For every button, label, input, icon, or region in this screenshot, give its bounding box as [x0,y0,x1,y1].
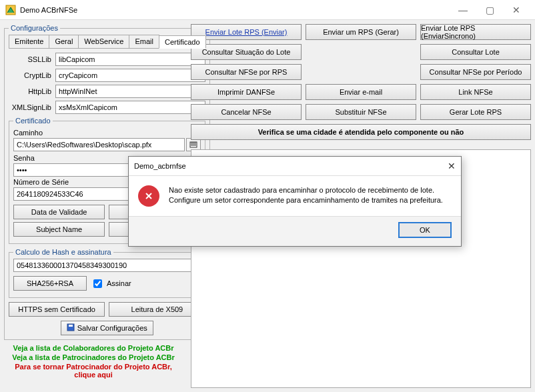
enviar-email-button[interactable]: Enviar e-mail [306,84,416,100]
https-sem-cert-button[interactable]: HTTPS sem Certificado [9,302,105,317]
save-icon [67,323,75,333]
imprimir-danfse-button[interactable]: Imprimir DANFSe [191,84,302,100]
xmlsignlib-label: XMLSignLib [9,103,55,111]
config-legend: Configurações [9,24,60,32]
ssllib-select[interactable]: libCapicom [55,53,205,66]
consultar-lote-button[interactable]: Consultar Lote [420,44,531,60]
tab-emitente[interactable]: Emitente [9,35,49,48]
minimize-button[interactable]: — [450,5,476,15]
tab-email[interactable]: Email [129,35,159,48]
sha256-button[interactable]: SHA256+RSA [13,276,87,291]
enviar-lote-button[interactable]: Enviar Lote RPS (Enviar) [191,24,302,40]
salvar-config-button[interactable]: Salvar Configurações [61,321,153,335]
link-nfse-button[interactable]: Link NFSe [420,84,531,100]
dialog-close-button[interactable]: ✕ [448,161,456,171]
hash-input[interactable] [13,259,201,272]
hash-group: Calculo de Hash e assinatura SHA256+RSA … [9,248,205,298]
link-tornar-patrocinador[interactable]: Para se tornar Patrocinador do Projeto A… [4,363,183,379]
assinar-checkbox-label[interactable]: Assinar [91,277,131,290]
certificado-legend: Certificado [13,117,53,125]
close-button[interactable]: ✕ [503,5,530,15]
hash-legend: Calculo de Hash e assinatura [13,248,113,256]
link-colaboradores[interactable]: Veja a lista de Colaboradores do Projeto… [4,344,183,352]
xmlsignlib-select[interactable]: xsMsXmlCapicom [55,101,205,114]
assinar-checkbox[interactable] [93,279,102,288]
maximize-button[interactable]: ▢ [476,5,503,15]
cryptlib-select[interactable]: cryCapicom [55,69,205,82]
substituir-nfse-button[interactable]: Substituir NFSe [306,104,416,120]
ssllib-label: SSLLib [9,55,55,63]
tab-webservice[interactable]: WebService [78,35,129,48]
gerar-lote-button[interactable]: Gerar Lote RPS [420,104,531,120]
enviar-sincrono-button[interactable]: Enviar Lote RPS (EnviarSincrono) [420,24,531,40]
error-dialog: Demo_acbrnfse ✕ Nao existe setor cadastr… [128,156,462,247]
enviar-rps-button[interactable]: Enviar um RPS (Gerar) [306,24,416,40]
caminho-input[interactable] [13,138,185,151]
cancelar-nfse-button[interactable]: Cancelar NFSe [191,104,302,120]
error-icon [138,185,159,207]
tab-geral[interactable]: Geral [49,35,79,48]
dialog-ok-button[interactable]: OK [398,222,452,238]
window-title: Demo ACBrNFSe [20,6,450,14]
link-patrocinadores[interactable]: Veja a lista de Patrocinadores do Projet… [4,353,183,361]
svg-rect-3 [69,325,73,327]
verifica-cidade-button[interactable]: Verifica se uma cidade é atendida pelo c… [191,124,531,140]
caminho-label: Caminho [13,129,201,137]
httplib-select[interactable]: httpWinINet [55,85,205,98]
consultar-situacao-button[interactable]: Consultar Situação do Lote [191,44,302,60]
app-icon [5,5,16,15]
consultar-rps-button[interactable]: Consultar NFSe por RPS [191,64,302,80]
data-validade-button[interactable]: Data de Validade [13,205,105,219]
subject-name-button[interactable]: Subject Name [13,222,105,237]
cryptlib-label: CryptLib [9,71,55,79]
consultar-periodo-button[interactable]: Consultar NFSe por Período [420,64,531,80]
tab-certificado[interactable]: Certificado [159,35,206,49]
httplib-label: HttpLib [9,87,55,95]
dialog-message: Nao existe setor cadastrado para encamin… [169,185,443,207]
dialog-title: Demo_acbrnfse [134,162,448,170]
